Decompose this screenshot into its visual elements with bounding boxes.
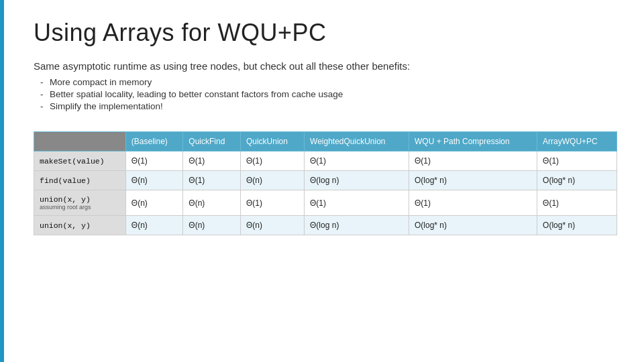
cell-makeset-weighted: Θ(1)	[305, 152, 409, 171]
cell-union-root-arraywqu: Θ(1)	[537, 190, 617, 216]
cell-union-root-quickfind: Θ(n)	[183, 190, 241, 216]
col-header-quickunion: QuickUnion	[240, 132, 304, 152]
cell-union-quickfind: Θ(n)	[183, 216, 241, 235]
table-header-row: (Baseline) QuickFind QuickUnion Weighted…	[34, 132, 617, 152]
cell-makeset-quickfind: Θ(1)	[183, 152, 241, 171]
cell-find-weighted: Θ(log n)	[305, 171, 409, 190]
col-header-wqu-pc: WQU + Path Compression	[409, 132, 537, 152]
col-header-weighted: WeightedQuickUnion	[305, 132, 409, 152]
cell-union-wqupc: O(log* n)	[409, 216, 537, 235]
cell-union-root-weighted: Θ(1)	[305, 190, 409, 216]
bullet-item-3: Simplify the implementation!	[40, 101, 617, 111]
bullet-item-2: Better spatial locality, leading to bett…	[40, 89, 617, 99]
col-header-quickfind: QuickFind	[183, 132, 241, 152]
table-row: union(x, y) Θ(n) Θ(n) Θ(n) Θ(log n) O(lo…	[34, 216, 617, 235]
bullet-item-1: More compact in memory	[40, 77, 617, 87]
col-header-arraywqu: ArrayWQU+PC	[537, 132, 617, 152]
cell-makeset-baseline: Θ(1)	[125, 152, 183, 171]
cell-makeset-quickunion: Θ(1)	[240, 152, 304, 171]
cell-find-baseline: Θ(n)	[125, 171, 183, 190]
row-label-union: union(x, y)	[34, 216, 126, 235]
page-title: Using Arrays for WQU+PC	[34, 19, 617, 47]
cell-union-weighted: Θ(log n)	[305, 216, 409, 235]
col-header-baseline: (Baseline)	[125, 132, 183, 152]
complexity-table-wrapper: (Baseline) QuickFind QuickUnion Weighted…	[34, 131, 617, 235]
cell-union-root-wqupc: Θ(1)	[409, 190, 537, 216]
cell-find-quickfind: Θ(1)	[183, 171, 241, 190]
col-header-label	[34, 132, 126, 152]
main-content: Using Arrays for WQU+PC Same asymptotic …	[0, 0, 644, 249]
table-row: union(x, y) assuming root args Θ(n) Θ(n)…	[34, 190, 617, 216]
cell-union-arraywqu: O(log* n)	[537, 216, 617, 235]
table-body: makeSet(value) Θ(1) Θ(1) Θ(1) Θ(1) Θ(1) …	[34, 152, 617, 235]
row-label-union-root: union(x, y) assuming root args	[34, 190, 126, 216]
cell-union-root-baseline: Θ(n)	[125, 190, 183, 216]
bullet-list: More compact in memory Better spatial lo…	[34, 77, 617, 111]
cell-union-quickunion: Θ(n)	[240, 216, 304, 235]
cell-union-root-quickunion: Θ(1)	[240, 190, 304, 216]
cell-find-quickunion: Θ(n)	[240, 171, 304, 190]
cell-find-arraywqu: O(log* n)	[537, 171, 617, 190]
row-label-find: find(value)	[34, 171, 126, 190]
row-subnote: assuming root args	[40, 204, 120, 210]
table-row: makeSet(value) Θ(1) Θ(1) Θ(1) Θ(1) Θ(1) …	[34, 152, 617, 171]
table-row: find(value) Θ(n) Θ(1) Θ(n) Θ(log n) O(lo…	[34, 171, 617, 190]
cell-find-wqupc: O(log* n)	[409, 171, 537, 190]
subtitle: Same asymptotic runtime as using tree no…	[34, 60, 617, 72]
cell-makeset-arraywqu: Θ(1)	[537, 152, 617, 171]
page: Using Arrays for WQU+PC Same asymptotic …	[0, 0, 644, 362]
cell-makeset-wqupc: Θ(1)	[409, 152, 537, 171]
complexity-table: (Baseline) QuickFind QuickUnion Weighted…	[34, 131, 617, 235]
row-label-makeset: makeSet(value)	[34, 152, 126, 171]
cell-union-baseline: Θ(n)	[125, 216, 183, 235]
left-accent-bar	[0, 0, 4, 362]
